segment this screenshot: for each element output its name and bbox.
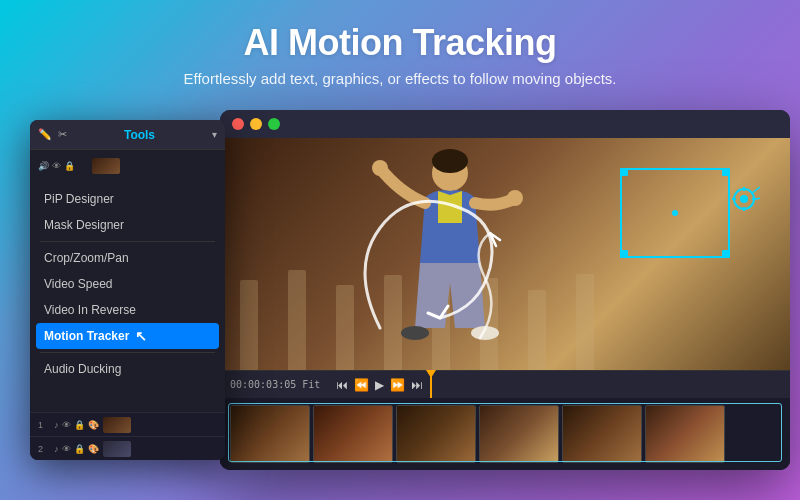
layer-number: 1 [38,420,50,430]
speaker-icon: ♪ [54,444,59,454]
tools-panel-label: Tools [124,128,155,142]
eye-icon: 👁 [52,161,61,171]
speaker-icon: ♪ [54,420,59,430]
playhead [430,370,432,398]
svg-point-1 [432,149,468,173]
volume-icon: 🔊 [38,161,49,171]
svg-point-7 [740,195,748,203]
pillar [240,280,258,370]
layer-thumbnail [103,417,131,433]
lock-icon: 🔒 [74,444,85,454]
film-frame [230,405,310,463]
crop-label: Crop/Zoom/Pan [44,251,129,265]
corner-handle-br [722,250,730,258]
skip-to-start-button[interactable]: ⏮ [336,378,348,392]
menu-item-reverse[interactable]: Video In Reverse [30,297,225,323]
layer-icons: ♪ 👁 🔒 🎨 [54,420,99,430]
corner-handle-tr [722,168,730,176]
panel-toolbar: ✏️ ✂ Tools ▾ [30,120,225,150]
film-frame [313,405,393,463]
track-rows: 🔊 👁 🔒 [30,150,225,182]
audio-label: Audio Ducking [44,362,121,376]
window-titlebar [220,110,790,138]
film-frame [645,405,725,463]
svg-point-5 [471,326,499,340]
filmstrip [220,398,790,470]
color-icon: 🎨 [88,444,99,454]
lock-icon: 🔒 [64,161,75,171]
layer-row-1: 1 ♪ 👁 🔒 🎨 [30,412,225,436]
pip-label: PiP Designer [44,192,114,206]
menu-item-speed[interactable]: Video Speed [30,271,225,297]
chevron-down-icon: ▾ [212,129,217,140]
scissors-icon: ✂ [58,128,67,141]
pillar [576,274,594,370]
speed-label: Video Speed [44,277,113,291]
pillar [288,270,306,370]
corner-handle-bl [620,250,628,258]
film-frame [396,405,476,463]
layer-number: 2 [38,444,50,454]
tools-panel: ✏️ ✂ Tools ▾ 🔊 👁 🔒 PiP Designer Mask Des… [30,120,225,460]
time-display: 00:00:03:05 Fit [230,379,320,390]
reverse-label: Video In Reverse [44,303,136,317]
film-frame [479,405,559,463]
timeline-controls: 00:00:03:05 Fit ⏮ ⏪ ▶ ⏩ ⏭ [220,370,790,398]
motion-tracker-label: Motion Tracker [44,329,129,343]
step-forward-button[interactable]: ⏩ [390,378,405,392]
menu-divider [40,241,215,242]
menu-item-crop[interactable]: Crop/Zoom/Pan [30,245,225,271]
tracking-bounding-box [620,168,730,258]
svg-point-3 [507,190,523,206]
eye-icon: 👁 [62,420,71,430]
menu-item-motion-tracker[interactable]: Motion Tracker ↖ [36,323,219,349]
color-icon: 🎨 [88,420,99,430]
layer-row-2: 2 ♪ 👁 🔒 🎨 [30,436,225,460]
pencil-icon: ✏️ [38,128,52,141]
app-window: 00:00:03:05 Fit ⏮ ⏪ ▶ ⏩ ⏭ [220,110,790,470]
svg-point-2 [372,160,388,176]
layer-thumbnail [103,441,131,457]
layer-icons: ♪ 👁 🔒 🎨 [54,444,99,454]
subtitle: Effortlessly add text, graphics, or effe… [0,70,800,87]
playhead-arrow [426,370,436,378]
menu-item-mask[interactable]: Mask Designer [30,212,225,238]
svg-point-4 [401,326,429,340]
tracking-icon [728,183,760,222]
corner-handle-tl [620,168,628,176]
lock-icon: 🔒 [74,420,85,430]
window-close-dot[interactable] [232,118,244,130]
play-button[interactable]: ▶ [375,378,384,392]
dancer-figure [350,143,550,363]
step-back-button[interactable]: ⏪ [354,378,369,392]
window-minimize-dot[interactable] [250,118,262,130]
menu-item-audio[interactable]: Audio Ducking [30,356,225,382]
cursor-icon: ↖ [135,328,147,344]
menu-divider [40,352,215,353]
main-title: AI Motion Tracking [0,22,800,64]
menu-item-pip[interactable]: PiP Designer [30,186,225,212]
eye-icon: 👁 [62,444,71,454]
video-area [220,138,790,370]
window-maximize-dot[interactable] [268,118,280,130]
skip-to-end-button[interactable]: ⏭ [411,378,423,392]
mask-label: Mask Designer [44,218,124,232]
header-section: AI Motion Tracking Effortlessly add text… [0,0,800,87]
film-frame [562,405,642,463]
track-icons: 🔊 👁 🔒 [38,161,88,171]
timeline-section: 00:00:03:05 Fit ⏮ ⏪ ▶ ⏩ ⏭ [220,370,790,470]
tracking-center-dot [672,210,678,216]
tools-menu: PiP Designer Mask Designer Crop/Zoom/Pan… [30,182,225,386]
track-row: 🔊 👁 🔒 [30,154,225,178]
layer-thumbnail [92,158,120,174]
